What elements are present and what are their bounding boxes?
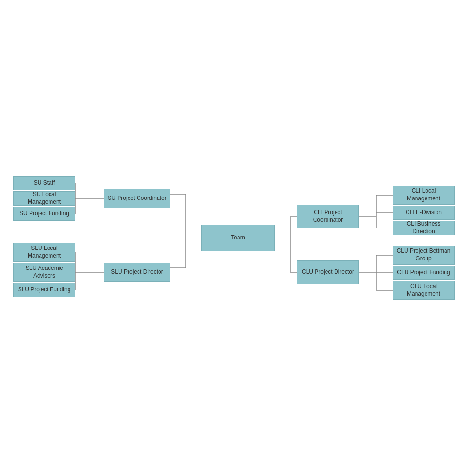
- clu-director-node: CLU Project Director: [297, 260, 359, 284]
- slu-director-node: SLU Project Director: [104, 263, 170, 282]
- su-coordinator-node: SU Project Coordinator: [104, 189, 170, 208]
- team-node: Team: [201, 225, 275, 251]
- cli-local-management-node: CLI Local Management: [393, 186, 455, 205]
- clu-bettman-group-node: CLU Project Bettman Group: [393, 246, 455, 265]
- org-chart: Team SU Project Coordinator SLU Project …: [0, 0, 476, 476]
- slu-local-management-node: SLU Local Management: [13, 243, 75, 262]
- cli-business-direction-node: CLI Business Direction: [393, 221, 455, 235]
- slu-academic-advisors-node: SLU Academic Advisors: [13, 263, 75, 282]
- su-local-management-node: SU Local Management: [13, 191, 75, 206]
- su-staff-node: SU Staff: [13, 176, 75, 190]
- cli-coordinator-node: CLI Project Coordinator: [297, 205, 359, 228]
- cli-edivision-node: CLI E-Division: [393, 206, 455, 220]
- clu-local-management-node: CLU Local Management: [393, 281, 455, 300]
- clu-project-funding-node: CLU Project Funding: [393, 266, 455, 280]
- slu-project-funding-node: SLU Project Funding: [13, 283, 75, 297]
- su-project-funding-node: SU Project Funding: [13, 207, 75, 221]
